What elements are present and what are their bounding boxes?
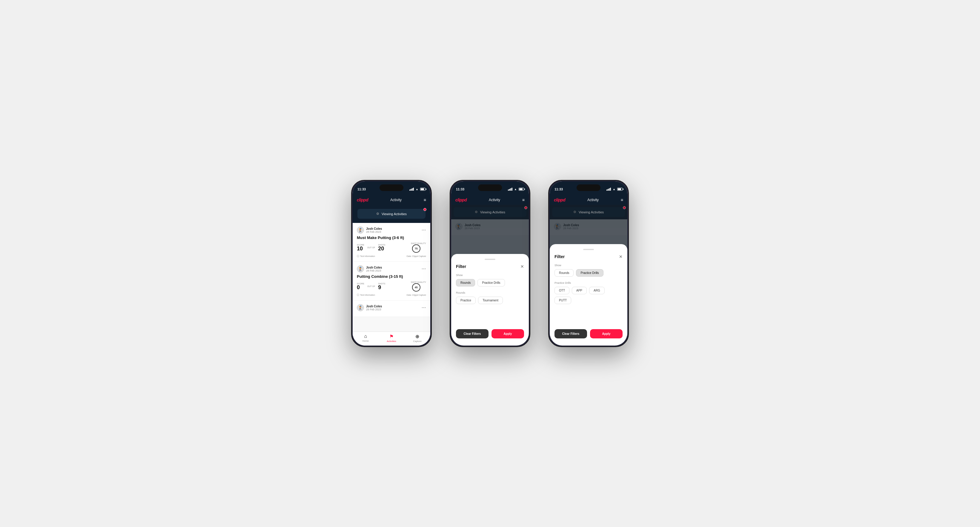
app-header-2: clippd Activity ≡ [451,195,529,205]
screen-content-1: ⚙ Viewing Activities 🏌 [353,205,430,346]
app-header-3: clippd Activity ≡ [550,195,627,205]
modal-header-3: Filter ✕ [555,254,622,259]
more-options-2[interactable]: ··· [422,267,426,271]
activity-title-2: Putting Combine (3-15 ft) [357,274,426,279]
phones-container: 11:33 ▲ clippd Activity [351,180,629,347]
chip-practice-drills-2[interactable]: Practice Drills [477,279,504,286]
phone-1: 11:33 ▲ clippd Activity [351,180,432,347]
user-info-3: 🏌 Josh Coles 28 Feb 2023 [357,304,382,311]
modal-handle-2 [485,259,495,260]
filter-title-3: Filter [555,254,565,259]
chip-tournament-2[interactable]: Tournament [478,297,503,304]
signal-icon-3 [606,188,611,191]
chip-rounds-2[interactable]: Rounds [456,279,475,286]
app-logo-2: clippd [455,198,467,202]
battery-icon-1 [420,188,425,191]
banner-text-1: Viewing Activities [382,212,407,216]
battery-icon-3 [617,188,622,191]
show-label-3: Show [555,264,622,267]
tab-activities-label-1: Activities [387,340,396,343]
menu-icon-2[interactable]: ≡ [522,198,525,202]
more-options-3[interactable]: ··· [422,305,426,310]
status-time-2: 11:33 [456,187,464,191]
status-time-3: 11:33 [555,187,563,191]
status-time-1: 11:33 [358,187,366,191]
show-label-2: Show [456,274,524,277]
more-options-1[interactable]: ··· [422,228,426,232]
card-footer-1: ⓘ Test Information Data: Clippd Capture [357,254,426,258]
modal-handle-3 [583,249,594,250]
chip-practice-2[interactable]: Practice [456,297,476,304]
drills-label-3: Practice Drills [555,281,622,284]
activities-icon-1: ⚑ [389,333,393,339]
chip-practice-drills-3[interactable]: Practice Drills [576,269,603,277]
chip-rounds-3[interactable]: Rounds [555,269,574,277]
filter-icon-1: ⚙ [376,212,379,216]
test-info-2: ⓘ Test Information [357,293,375,297]
apply-button-3[interactable]: Apply [590,329,622,338]
phone-3: 11:33 ▲ clippd Activity [548,180,629,347]
app-logo-1: clippd [357,198,368,202]
home-icon-1: ⌂ [364,333,367,339]
wifi-icon-2: ▲ [514,188,517,191]
tab-activities-1[interactable]: ⚑ Activities [379,333,405,343]
clear-filters-button-3[interactable]: Clear Filters [555,329,587,338]
card-footer-2: ⓘ Test Information Data: Clippd Capture [357,293,426,297]
user-info-1: 🏌 Josh Coles 28 Feb 2023 [357,227,382,234]
apply-button-2[interactable]: Apply [492,329,524,338]
viewing-activities-banner-1[interactable]: ⚙ Viewing Activities [358,209,425,219]
signal-icon-2 [508,188,512,191]
stats-row-2: Score 0 OUT OF Shots 9 Shot Quality [357,281,426,292]
data-source-1: Data: Clippd Capture [407,255,426,257]
activities-list-1: 🏌 Josh Coles 28 Feb 2023 ··· Must Make P… [353,223,430,332]
chip-putt-3[interactable]: PUTT [555,297,571,304]
tab-capture-1[interactable]: ⊕ Capture [404,333,430,343]
tab-home-1[interactable]: ⌂ Home [353,333,379,343]
wifi-icon-3: ▲ [613,188,616,191]
user-date-1: 28 Feb 2023 [366,230,382,233]
card-header-2: 🏌 Josh Coles 28 Feb 2023 ··· [357,265,426,273]
card-header-3: 🏌 Josh Coles 28 Feb 2023 ··· [357,304,426,311]
show-filter-chips-2: Rounds Practice Drills [456,279,524,286]
rounds-filter-chips-2: Practice Tournament [456,297,524,304]
out-of-1: OUT OF [367,246,375,249]
app-header-1: clippd Activity ≡ [353,195,430,205]
user-info-2: 🏌 Josh Coles 28 Feb 2023 [357,265,382,273]
chip-arg-3[interactable]: ARG [589,287,605,294]
close-icon-2[interactable]: ✕ [520,264,524,269]
clear-filters-button-2[interactable]: Clear Filters [456,329,488,338]
banner-notification-dot-1 [423,208,426,211]
phone-2: 11:33 ▲ clippd Activity [450,180,530,347]
chip-ott-3[interactable]: OTT [555,287,570,294]
dynamic-island-3 [577,184,600,191]
modal-actions-2: Clear Filters Apply [456,329,524,338]
modal-actions-3: Clear Filters Apply [555,329,622,338]
drills-filter-chips-3: OTT APP ARG PUTT [555,287,622,304]
menu-icon-3[interactable]: ≡ [621,198,623,202]
tab-home-label-1: Home [363,340,369,342]
chip-app-3[interactable]: APP [572,287,587,294]
app-title-1: Activity [390,198,402,202]
out-of-2: OUT OF [367,285,375,287]
shot-quality-badge-1: 75 [412,244,420,253]
modal-overlay-2: Filter ✕ Show Rounds Practice Drills Rou… [451,205,529,346]
activity-card-1: 🏌 Josh Coles 28 Feb 2023 ··· Must Make P… [353,223,430,262]
user-date-2: 28 Feb 2023 [366,269,382,272]
wifi-icon-1: ▲ [416,188,418,191]
close-icon-3[interactable]: ✕ [619,254,622,259]
show-filter-chips-3: Rounds Practice Drills [555,269,622,277]
signal-icon-1 [409,188,414,191]
status-icons-3: ▲ [606,188,622,191]
filter-title-2: Filter [456,264,466,269]
avatar-2: 🏌 [357,265,364,273]
dynamic-island-2 [478,184,502,191]
menu-icon-1[interactable]: ≡ [424,198,426,202]
avatar-3: 🏌 [357,304,364,311]
filter-modal-2: Filter ✕ Show Rounds Practice Drills Rou… [451,254,529,346]
modal-overlay-3: Filter ✕ Show Rounds Practice Drills Pra… [550,205,627,346]
activity-title-1: Must Make Putting (3-6 ft) [357,235,426,240]
app-logo-3: clippd [554,198,565,202]
stats-row-1: Score 10 OUT OF Shots 20 Shot Quality [357,242,426,253]
score-value-1: 10 [357,246,363,252]
sq-label-2: Shot Quality [411,281,426,283]
